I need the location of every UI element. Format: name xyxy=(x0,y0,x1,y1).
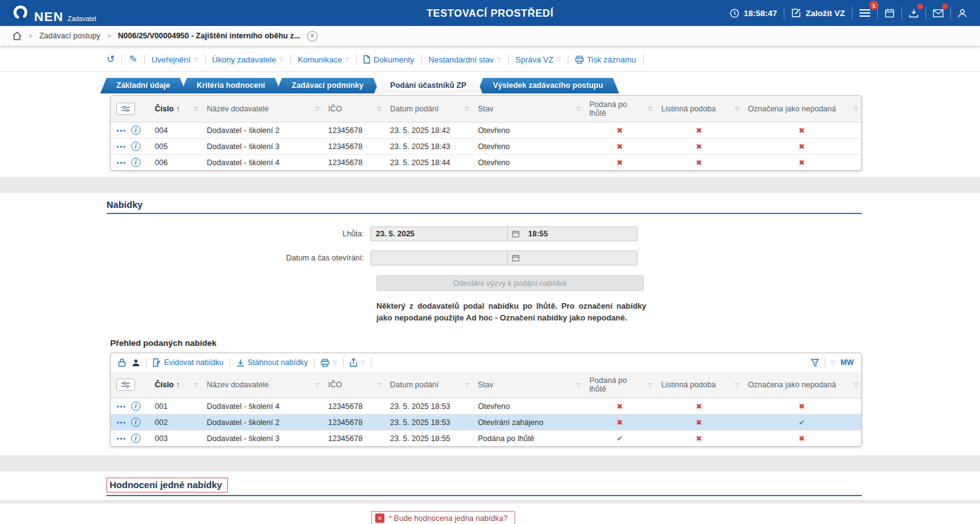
column-header-datum[interactable]: Datum podání ▽ xyxy=(384,372,472,398)
column-header-nazev[interactable]: Název dodavatele ▽ xyxy=(201,96,323,122)
history-icon[interactable]: ↺ xyxy=(106,54,115,64)
print-grid-button[interactable]: ▽ xyxy=(321,359,337,367)
table-row[interactable]: ●●●i 001 Dodavatel - školení 4 12345678 … xyxy=(111,398,861,414)
menu-button[interactable]: 1 xyxy=(852,4,877,22)
column-header-listinna[interactable]: Listinná podoba ▽ xyxy=(656,96,742,122)
column-header-nepodana[interactable]: Označena jako nepodaná ▽ xyxy=(742,372,861,398)
filter-icon[interactable]: ▽ xyxy=(735,106,739,112)
table-row[interactable]: ●●●i 006 Dodavatel - školení 4 12345678 … xyxy=(111,155,861,171)
column-header-stav[interactable]: Stav ▽ xyxy=(472,372,584,398)
opening-date-input[interactable] xyxy=(371,251,507,265)
column-chooser-button[interactable] xyxy=(116,379,135,391)
menu-komunikace[interactable]: Komunikace ▽ xyxy=(298,55,349,64)
table-row[interactable]: ●●●i 003 Dodavatel - školení 3 12345678 … xyxy=(111,431,861,447)
row-menu-icon[interactable]: ●●● xyxy=(116,404,126,408)
user-dark-icon[interactable] xyxy=(132,359,140,367)
filter-icon[interactable]: ▽ xyxy=(465,106,469,112)
close-record-icon[interactable]: ✕ xyxy=(307,31,318,41)
mw-view-button[interactable]: MW xyxy=(841,358,854,367)
row-menu-icon[interactable]: ●●● xyxy=(116,144,126,148)
filter-icon[interactable]: ▽ xyxy=(465,382,469,388)
nen-logo[interactable]: NEN Zadavatel xyxy=(11,3,96,23)
tab-vysledek-zadavaciho-postupu[interactable]: Výsledek zadávacího postupu xyxy=(477,78,619,93)
row-menu-icon[interactable]: ●●● xyxy=(116,420,126,424)
filter-icon[interactable]: ▽ xyxy=(377,106,381,112)
column-header-ico[interactable]: IČO ▽ xyxy=(323,96,384,122)
filter-icon[interactable]: ▽ xyxy=(648,106,653,112)
breadcrumb-item-zadavaci-postupy[interactable]: Zadávací postupy xyxy=(39,32,100,40)
info-icon[interactable]: i xyxy=(131,402,141,411)
edit-icon[interactable]: ✎ xyxy=(129,54,137,64)
column-settings-header[interactable] xyxy=(111,372,149,398)
deadline-time-input[interactable] xyxy=(523,227,637,241)
header-actions: 18:58:47 Založit VZ 1 xyxy=(723,4,974,22)
column-header-ico[interactable]: IČO ▽ xyxy=(323,372,384,398)
mark-listinna: ✖ xyxy=(656,398,742,414)
filter-icon[interactable]: ▽ xyxy=(377,382,381,388)
calendar-button[interactable] xyxy=(878,4,901,22)
column-header-cislo[interactable]: Číslo↑ ▽ xyxy=(149,96,201,122)
row-menu-icon[interactable]: ●●● xyxy=(116,128,126,132)
filter-icon[interactable]: ▽ xyxy=(194,382,198,388)
filter-icon[interactable]: ▽ xyxy=(315,382,319,388)
info-icon[interactable]: i xyxy=(131,158,141,167)
send-invite-button[interactable]: Odeslání výzvy k podání nabídek xyxy=(376,275,644,291)
calendar-picker-button[interactable] xyxy=(507,227,523,241)
column-header-cislo[interactable]: Číslo↑ ▽ xyxy=(149,372,201,398)
export-button[interactable]: ▽ xyxy=(350,358,365,367)
column-header-nazev[interactable]: Název dodavatele ▽ xyxy=(201,372,323,398)
downloads-button[interactable] xyxy=(902,4,926,22)
info-icon[interactable]: i xyxy=(131,418,141,427)
filter-icon[interactable]: ▽ xyxy=(648,382,653,388)
messages-button[interactable] xyxy=(926,4,950,22)
filter-icon[interactable]: ▽ xyxy=(576,382,581,388)
menu-tisk-zaznamu[interactable]: Tisk záznamu xyxy=(575,55,636,64)
opening-time-input[interactable] xyxy=(523,251,637,265)
info-icon[interactable]: i xyxy=(131,142,141,151)
table-row-selected[interactable]: ●●●i 002 Dodavatel - školení 2 12345678 … xyxy=(111,414,861,431)
column-header-stav[interactable]: Stav ▽ xyxy=(472,96,584,122)
filter-icon[interactable]: ▽ xyxy=(576,106,581,112)
filter-icon[interactable]: ▽ xyxy=(854,106,858,112)
filter-funnel-icon[interactable] xyxy=(811,359,819,367)
column-header-po-lhute[interactable]: Podaná po lhůtě ▽ xyxy=(584,372,656,398)
calendar-picker-button[interactable] xyxy=(507,251,523,265)
column-header-po-lhute[interactable]: Podaná po lhůtě ▽ xyxy=(584,96,656,122)
tab-podani-ucastniku-zp[interactable]: Podání účastníků ZP xyxy=(374,78,482,93)
table-row[interactable]: ●●●i 004 Dodavatel - školení 2 12345678 … xyxy=(111,122,861,139)
calendar-icon xyxy=(512,230,519,238)
mw-caret-icon[interactable]: ▽ xyxy=(831,360,835,366)
column-settings-header[interactable] xyxy=(111,96,149,122)
info-icon[interactable]: i xyxy=(131,126,141,135)
row-menu-icon[interactable]: ●●● xyxy=(116,160,126,165)
menu-dokumenty[interactable]: Dokumenty xyxy=(363,55,414,64)
row-menu-icon[interactable]: ●●● xyxy=(116,436,126,440)
filter-icon[interactable]: ▽ xyxy=(735,382,739,388)
column-header-nepodana[interactable]: Označena jako nepodaná ▽ xyxy=(742,96,861,122)
info-icon[interactable]: i xyxy=(131,434,141,443)
column-header-listinna[interactable]: Listinná podoba ▽ xyxy=(656,372,742,398)
home-button[interactable] xyxy=(12,32,22,40)
filter-icon[interactable]: ▽ xyxy=(315,106,319,112)
table-row[interactable]: ●●●i 005 Dodavatel - školení 3 12345678 … xyxy=(111,139,861,155)
download-offers-button[interactable]: Stáhnout nabídky xyxy=(236,358,308,367)
menu-sprava-vz[interactable]: Správa VZ ▽ xyxy=(516,55,561,64)
tab-zadavaci-podminky[interactable]: Zadávací podmínky xyxy=(275,78,379,93)
menu-ukony-zadavatele[interactable]: Úkony zadavatele ▽ xyxy=(212,55,284,64)
create-vz-button[interactable]: Založit VZ xyxy=(784,4,852,22)
deadline-date-input[interactable] xyxy=(371,227,507,241)
lock-icon[interactable] xyxy=(118,358,126,367)
register-offer-button[interactable]: Evidovat nabídku xyxy=(153,358,223,367)
tab-kriteria-hodnoceni[interactable]: Kritéria hodnocení xyxy=(181,78,281,93)
table-header-row: Číslo↑ ▽ Název dodavatele ▽ IČO ▽ Datum … xyxy=(111,372,861,398)
tab-zakladni-udaje[interactable]: Základní údaje xyxy=(100,78,186,93)
column-header-datum[interactable]: Datum podání ▽ xyxy=(384,96,472,122)
menu-uverejneni[interactable]: Uveřejnění ▽ xyxy=(152,55,198,64)
filter-icon[interactable]: ▽ xyxy=(854,382,858,388)
menu-nestandardni-stav[interactable]: Nestandardní stav ▽ xyxy=(428,55,501,64)
filter-icon[interactable]: ▽ xyxy=(194,106,198,112)
profile-button[interactable] xyxy=(951,4,974,22)
column-chooser-button[interactable] xyxy=(116,103,135,115)
late-offer-notice: Některý z dodavatelů podal nabídku po lh… xyxy=(376,301,646,324)
calendar-icon xyxy=(885,8,895,18)
